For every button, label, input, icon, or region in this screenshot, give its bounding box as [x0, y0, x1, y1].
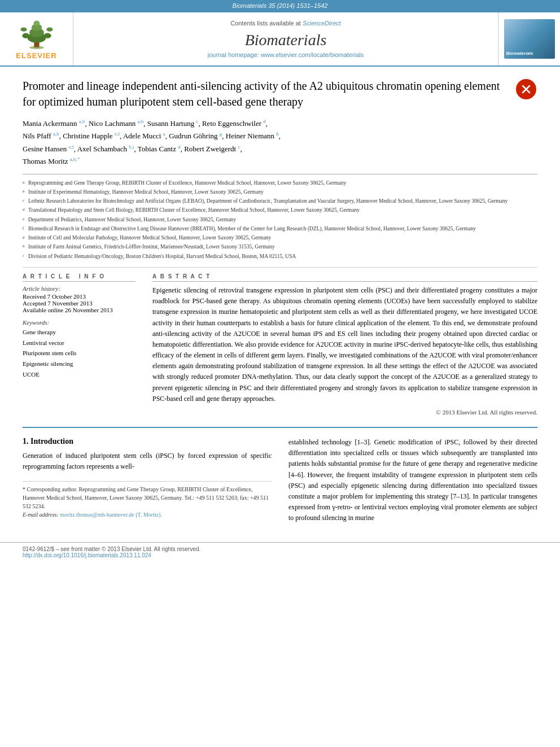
affiliation-g: g Institute of Cell and Molecular Pathol… — [23, 234, 537, 242]
copyright-line: © 2013 Elsevier Ltd. All rights reserved… — [152, 409, 537, 416]
affiliation-a: a Reprogramming and Gene Therapy Group, … — [23, 179, 537, 187]
affil-c-text: Leibniz Research Laboratories for Biotec… — [28, 197, 508, 205]
footnote-area: * Corresponding author. Reprogramming an… — [23, 481, 272, 519]
journal-citation: Biomaterials 35 (2014) 1531–1542 — [233, 2, 328, 9]
affil-h-text: Institute of Farm Animal Genetics, Fried… — [28, 243, 275, 251]
received-date: Received 7 October 2013 — [23, 293, 135, 300]
issn-line: 0142-9612/$ – see front matter © 2013 El… — [23, 546, 200, 558]
keywords-group: Keywords: Gene therapy Lentiviral vector… — [23, 319, 135, 379]
affiliation-c: c Leibniz Research Laboratories for Biot… — [23, 197, 537, 205]
issn-text: 0142-9612/$ – see front matter © 2013 El… — [23, 546, 200, 552]
intro-right: established technology [1–3]. Genetic mo… — [288, 437, 537, 524]
intro-two-col: 1. Introduction Generation of induced pl… — [23, 437, 537, 524]
abstract-col: A B S T R A C T Epigenetic silencing of … — [152, 273, 537, 416]
svg-point-7 — [43, 33, 51, 38]
bottom-bar: 0142-9612/$ – see front matter © 2013 El… — [0, 542, 560, 564]
affiliation-b: b Institute of Experimental Hematology, … — [23, 188, 537, 196]
keyword-2: Lentiviral vector — [23, 338, 135, 348]
crossmark[interactable] — [515, 78, 537, 101]
top-bar: Biomaterials 35 (2014) 1531–1542 — [0, 0, 560, 11]
journal-homepage: journal homepage: www.elsevier.com/locat… — [208, 51, 364, 58]
biomaterials-logo-text: Biomaterials — [506, 51, 533, 56]
available-date: Available online 26 November 2013 — [23, 307, 135, 313]
biomaterials-logo-right: Biomaterials — [498, 12, 560, 65]
authors: Mania Ackermann a,b, Nico Lachmann a,b, … — [23, 117, 537, 168]
journal-center: Contents lists available at ScienceDirec… — [73, 12, 498, 65]
sciencedirect-link[interactable]: ScienceDirect — [303, 20, 341, 27]
keyword-3: Pluripotent stem cells — [23, 348, 135, 359]
affil-i-text: Division of Pediatric Hematology/Oncolog… — [28, 252, 296, 260]
footnote-email: E-mail address: moritz.thomas@mh-hannove… — [23, 510, 272, 519]
svg-point-5 — [33, 21, 40, 26]
affiliation-f: f Biomedical Research in Endstage and Ob… — [23, 225, 537, 233]
keyword-5: UCOE — [23, 369, 135, 380]
affiliation-d: d Translational Hepatology and Stem Cell… — [23, 206, 537, 214]
affiliation-h: h Institute of Farm Animal Genetics, Fri… — [23, 243, 537, 251]
affil-a-text: Reprogramming and Gene Therapy Group, RE… — [28, 179, 346, 187]
svg-point-1 — [29, 46, 44, 50]
keyword-1: Gene therapy — [23, 327, 135, 338]
svg-point-6 — [22, 33, 29, 38]
affil-b-text: Institute of Experimental Hematology, Ha… — [28, 188, 264, 196]
svg-point-9 — [46, 28, 53, 32]
homepage-url[interactable]: www.elsevier.com/locate/biomaterials — [261, 51, 364, 58]
page: Biomaterials 35 (2014) 1531–1542 E — [0, 0, 560, 747]
article-body: Promoter and lineage independent anti-si… — [0, 67, 560, 535]
biomaterials-logo-box: Biomaterials — [504, 19, 555, 59]
keywords-list: Gene therapy Lentiviral vector Pluripote… — [23, 327, 135, 379]
article-title-text: Promoter and lineage independent anti-si… — [23, 80, 500, 108]
history-label: Article history: — [23, 285, 135, 292]
article-title-container: Promoter and lineage independent anti-si… — [23, 78, 537, 110]
affiliation-e: e Department of Pediatrics, Hannover Med… — [23, 216, 537, 224]
contents-text: Contents lists available at — [230, 20, 301, 27]
keywords-label: Keywords: — [23, 319, 135, 326]
intro-right-text: established technology [1–3]. Genetic mo… — [288, 437, 537, 524]
crossmark-icon[interactable] — [516, 79, 536, 99]
email-address[interactable]: moritz.thomas@mh-hannover.de (T. Moritz)… — [60, 512, 162, 518]
introduction-section: 1. Introduction Generation of induced pl… — [23, 427, 537, 524]
affil-d-text: Translational Hepatology and Stem Cell B… — [28, 206, 360, 214]
article-info-heading: A R T I C L E I N F O — [23, 273, 135, 282]
intro-left: 1. Introduction Generation of induced pl… — [23, 437, 272, 524]
elsevier-tree-icon — [17, 18, 56, 49]
journal-header: ELSEVIER Contents lists available at Sci… — [0, 11, 560, 67]
abstract-heading: A B S T R A C T — [152, 273, 537, 282]
intro-left-text: Generation of induced pluripotent stem c… — [23, 451, 272, 472]
journal-title: Biomaterials — [245, 31, 327, 49]
footnote-text: * Corresponding author. Reprogramming an… — [23, 485, 272, 510]
affil-g-text: Institute of Cell and Molecular Patholog… — [28, 234, 271, 242]
section-divider — [23, 267, 537, 268]
abstract-text: Epigenetic silencing of retroviral trans… — [152, 285, 537, 404]
affiliations: a Reprogramming and Gene Therapy Group, … — [23, 174, 537, 260]
affil-e-text: Department of Pediatrics, Hannover Medic… — [28, 216, 236, 224]
intro-heading: 1. Introduction — [23, 437, 272, 446]
affiliation-i: i Division of Pediatric Hematology/Oncol… — [23, 252, 537, 260]
svg-point-8 — [20, 28, 27, 32]
elsevier-wordmark: ELSEVIER — [16, 51, 56, 60]
accepted-date: Accepted 7 November 2013 — [23, 300, 135, 307]
info-abstract-cols: A R T I C L E I N F O Article history: R… — [23, 273, 537, 416]
article-history-group: Article history: Received 7 October 2013… — [23, 285, 135, 313]
homepage-prefix: journal homepage: — [208, 51, 261, 58]
elsevier-logo: ELSEVIER — [0, 12, 73, 65]
keyword-4: Epigenetic silencing — [23, 359, 135, 369]
article-info-col: A R T I C L E I N F O Article history: R… — [23, 273, 135, 416]
doi-link[interactable]: http://dx.doi.org/10.1016/j.biomaterials… — [23, 552, 200, 558]
affil-f-text: Biomedical Research in Endstage and Obst… — [28, 225, 476, 233]
sciencedirect-line: Contents lists available at ScienceDirec… — [230, 20, 341, 27]
